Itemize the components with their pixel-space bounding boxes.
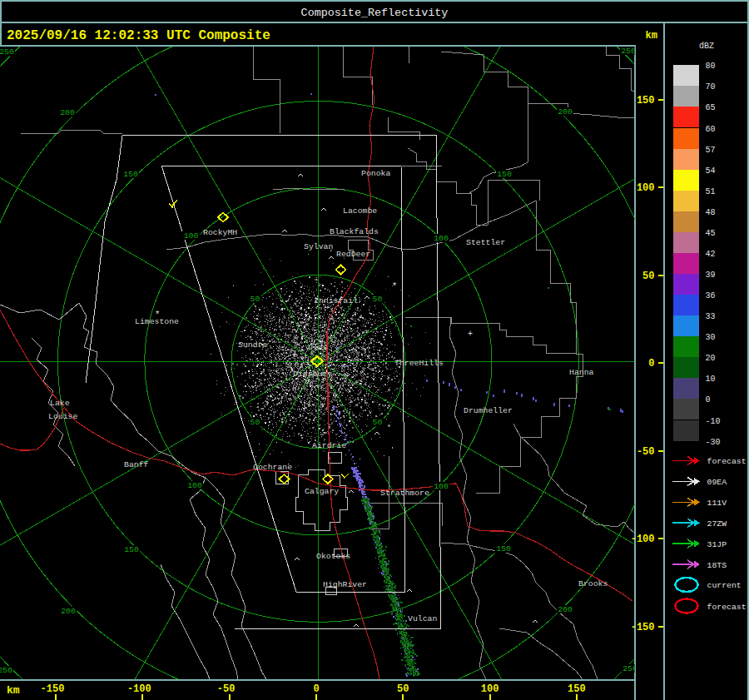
svg-text:HighRiver: HighRiver (323, 580, 367, 589)
svg-text:Sylvan: Sylvan (304, 242, 333, 251)
svg-text:km: km (646, 30, 657, 42)
svg-text:100: 100 (434, 482, 449, 491)
svg-text:*: * (155, 310, 161, 320)
svg-text:Innisfail: Innisfail (314, 296, 358, 305)
svg-text:50: 50 (397, 683, 409, 695)
svg-text:10: 10 (706, 375, 716, 384)
svg-text:50: 50 (373, 418, 383, 427)
svg-text:33: 33 (706, 312, 716, 321)
svg-text:250: 250 (621, 47, 636, 56)
svg-text:100: 100 (481, 683, 499, 695)
svg-text:+: + (292, 350, 297, 360)
svg-text:-100: -100 (631, 534, 655, 545)
svg-text:51: 51 (706, 187, 716, 196)
svg-text:Cochrane: Cochrane (253, 463, 292, 472)
svg-text:2025/09/16 12:02:33 UTC Compos: 2025/09/16 12:02:33 UTC Composite (7, 28, 270, 43)
svg-text:Airdrie: Airdrie (312, 441, 346, 450)
svg-text:Brooks: Brooks (578, 579, 608, 588)
svg-text:09EA: 09EA (707, 478, 727, 487)
svg-text:-10: -10 (706, 417, 721, 426)
svg-text:42: 42 (706, 250, 716, 259)
svg-text:Hanna: Hanna (569, 368, 594, 377)
svg-text:150: 150 (637, 95, 655, 107)
svg-text:forecast: forecast (707, 457, 747, 466)
svg-text:forecast: forecast (707, 603, 747, 612)
svg-text:Blackfalds: Blackfalds (330, 227, 379, 236)
svg-text:Lake: Lake (50, 399, 70, 408)
svg-text:-100: -100 (127, 683, 151, 695)
svg-text:80: 80 (706, 62, 716, 71)
svg-text:20: 20 (706, 354, 716, 363)
svg-text:-30: -30 (706, 438, 721, 447)
svg-text:48: 48 (706, 208, 716, 217)
svg-text:100: 100 (637, 182, 655, 194)
svg-text:30: 30 (706, 333, 716, 342)
svg-text:km: km (7, 684, 20, 697)
svg-text:Calgary: Calgary (305, 487, 339, 496)
svg-text:Vulcan: Vulcan (408, 614, 437, 623)
svg-text:Stettler: Stettler (466, 238, 505, 247)
svg-text:57: 57 (706, 146, 716, 155)
svg-text:*: * (392, 281, 398, 291)
svg-text:50: 50 (250, 418, 260, 427)
svg-text:150: 150 (497, 170, 512, 179)
svg-text:Okotoks: Okotoks (316, 552, 350, 561)
svg-text:150: 150 (496, 544, 511, 554)
svg-text:100: 100 (187, 481, 202, 490)
svg-text:Didsbury: Didsbury (293, 370, 332, 379)
svg-text:50: 50 (642, 271, 654, 282)
svg-text:54: 54 (706, 166, 716, 176)
svg-text:111V: 111V (707, 499, 727, 508)
svg-text:Olds: Olds (308, 343, 328, 352)
svg-text:100: 100 (434, 234, 449, 243)
svg-text:dBZ: dBZ (699, 42, 714, 51)
svg-text:0: 0 (648, 358, 654, 370)
svg-text:RockyMH: RockyMH (203, 228, 237, 237)
svg-text:250: 250 (0, 666, 12, 675)
svg-text:50: 50 (250, 295, 260, 304)
svg-text:150: 150 (568, 683, 586, 695)
svg-text:Drumheller: Drumheller (464, 406, 513, 415)
svg-text:200: 200 (61, 607, 76, 616)
svg-text:Ponoka: Ponoka (361, 169, 390, 178)
svg-text:65: 65 (706, 103, 716, 112)
svg-text:0: 0 (313, 683, 319, 695)
svg-text:39: 39 (706, 271, 716, 280)
svg-text:Strathmore: Strathmore (380, 489, 429, 498)
svg-text:150: 150 (124, 545, 139, 554)
svg-text:31JP: 31JP (707, 540, 727, 549)
svg-text:-150: -150 (631, 622, 655, 633)
svg-text:current: current (707, 581, 742, 590)
svg-text:+: + (468, 330, 473, 339)
svg-text:-50: -50 (637, 446, 655, 458)
svg-text:150: 150 (123, 170, 138, 179)
svg-text:Sundre: Sundre (238, 340, 267, 350)
svg-text:100: 100 (184, 231, 199, 241)
svg-text:Louise: Louise (48, 412, 77, 421)
svg-text:Banff: Banff (124, 460, 149, 469)
svg-text:ThreeHills: ThreeHills (394, 359, 444, 368)
svg-text:200: 200 (558, 107, 573, 117)
svg-text:18TS: 18TS (707, 561, 727, 570)
svg-text:70: 70 (706, 82, 716, 92)
svg-text:60: 60 (706, 125, 716, 134)
svg-text:-150: -150 (41, 683, 65, 695)
svg-text:50: 50 (373, 295, 383, 304)
svg-text:36: 36 (706, 291, 716, 300)
svg-text:Lacombe: Lacombe (343, 206, 377, 216)
svg-text:RedDeer: RedDeer (336, 250, 370, 259)
svg-text:0: 0 (706, 395, 711, 405)
svg-text:200: 200 (558, 605, 573, 614)
svg-text:200: 200 (60, 108, 75, 117)
svg-text:250: 250 (0, 47, 14, 57)
svg-text:27ZW: 27ZW (707, 519, 727, 529)
svg-text:-50: -50 (217, 683, 236, 695)
svg-text:Composite_Reflectivity: Composite_Reflectivity (301, 7, 449, 19)
svg-text:45: 45 (706, 229, 716, 238)
